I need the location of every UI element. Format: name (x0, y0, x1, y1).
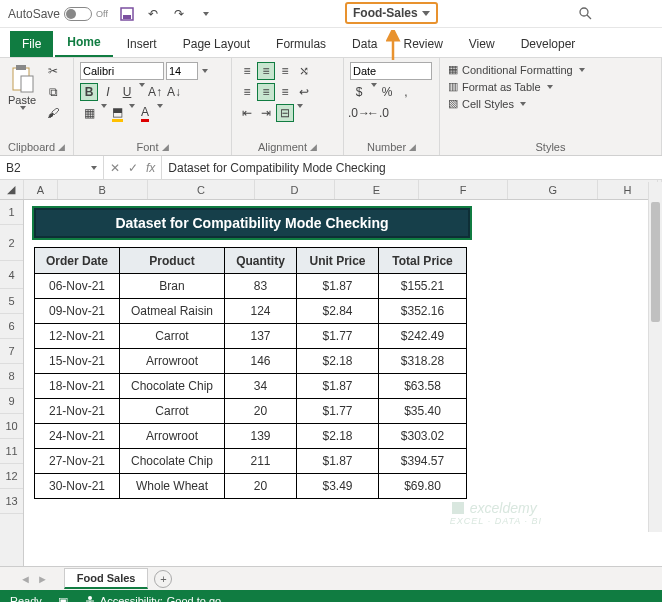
borders-icon[interactable]: ▦ (80, 104, 98, 122)
col-header-f[interactable]: F (419, 180, 509, 199)
copy-icon[interactable]: ⧉ (44, 83, 62, 101)
increase-decimal-icon[interactable]: .0→ (350, 104, 368, 122)
col-header-a[interactable]: A (24, 180, 58, 199)
table-cell[interactable]: Arrowroot (120, 424, 225, 449)
scrollbar-thumb[interactable] (651, 202, 660, 322)
cell-styles-button[interactable]: ▧Cell Styles (446, 96, 655, 111)
dialog-launcher-icon[interactable]: ◢ (310, 142, 317, 152)
table-cell[interactable]: 20 (225, 474, 297, 499)
accessibility-status[interactable]: Accessibility: Good to go (84, 595, 221, 602)
prev-sheet-icon[interactable]: ◄ (20, 573, 31, 585)
align-bottom-icon[interactable]: ≡ (276, 62, 294, 80)
align-top-icon[interactable]: ≡ (238, 62, 256, 80)
table-cell[interactable]: 20 (225, 399, 297, 424)
col-header-e[interactable]: E (335, 180, 419, 199)
paste-button[interactable]: Paste (6, 62, 38, 112)
table-cell[interactable]: 137 (225, 324, 297, 349)
dialog-launcher-icon[interactable]: ◢ (409, 142, 416, 152)
table-cell[interactable]: $1.77 (297, 324, 379, 349)
table-cell[interactable]: 211 (225, 449, 297, 474)
merge-center-icon[interactable]: ⊟ (276, 104, 294, 122)
header-unit-price[interactable]: Unit Price (297, 248, 379, 274)
wrap-text-icon[interactable]: ↩ (295, 83, 313, 101)
chevron-down-icon[interactable] (297, 104, 303, 108)
chevron-down-icon[interactable] (139, 83, 145, 87)
vertical-scrollbar[interactable] (648, 182, 662, 532)
sheet-nav-arrows[interactable]: ◄► (20, 573, 58, 585)
save-icon[interactable] (118, 5, 136, 23)
align-right-icon[interactable]: ≡ (276, 83, 294, 101)
table-cell[interactable]: $1.87 (297, 374, 379, 399)
row-header-1[interactable]: 1 (0, 200, 23, 225)
table-cell[interactable]: $3.49 (297, 474, 379, 499)
col-header-d[interactable]: D (255, 180, 335, 199)
comma-icon[interactable]: , (397, 83, 415, 101)
new-sheet-button[interactable]: + (154, 570, 172, 588)
table-cell[interactable]: $242.49 (379, 324, 467, 349)
table-cell[interactable]: $394.57 (379, 449, 467, 474)
select-all-triangle[interactable]: ◢ (0, 180, 24, 199)
table-cell[interactable]: Bran (120, 274, 225, 299)
search-icon[interactable] (578, 6, 592, 23)
tab-page-layout[interactable]: Page Layout (171, 31, 262, 57)
toggle-off-icon[interactable] (64, 7, 92, 21)
font-size-select[interactable] (166, 62, 198, 80)
align-center-icon[interactable]: ≡ (257, 83, 275, 101)
table-cell[interactable]: 124 (225, 299, 297, 324)
table-cell[interactable]: 24-Nov-21 (35, 424, 120, 449)
decrease-indent-icon[interactable]: ⇤ (238, 104, 256, 122)
row-header-5[interactable]: 5 (0, 289, 23, 314)
underline-button[interactable]: U (118, 83, 136, 101)
row-header-12[interactable]: 12 (0, 464, 23, 489)
decrease-decimal-icon[interactable]: ←.0 (369, 104, 387, 122)
row-header-10[interactable]: 10 (0, 414, 23, 439)
undo-icon[interactable]: ↶ (144, 5, 162, 23)
table-cell[interactable]: $1.87 (297, 449, 379, 474)
table-cell[interactable]: 09-Nov-21 (35, 299, 120, 324)
font-color-icon[interactable]: A (136, 104, 154, 122)
col-header-b[interactable]: B (58, 180, 148, 199)
chevron-down-icon[interactable] (202, 69, 208, 73)
header-product[interactable]: Product (120, 248, 225, 274)
tab-file[interactable]: File (10, 31, 53, 57)
format-as-table-button[interactable]: ▥Format as Table (446, 79, 655, 94)
increase-indent-icon[interactable]: ⇥ (257, 104, 275, 122)
row-header-13[interactable]: 13 (0, 489, 23, 514)
conditional-formatting-button[interactable]: ▦Conditional Formatting (446, 62, 655, 77)
header-total-price[interactable]: Total Price (379, 248, 467, 274)
col-header-c[interactable]: C (148, 180, 256, 199)
next-sheet-icon[interactable]: ► (37, 573, 48, 585)
table-cell[interactable]: $2.84 (297, 299, 379, 324)
header-quantity[interactable]: Quantity (225, 248, 297, 274)
table-cell[interactable]: $63.58 (379, 374, 467, 399)
filename-dropdown[interactable]: Food-Sales (345, 2, 438, 24)
dialog-launcher-icon[interactable]: ◢ (162, 142, 169, 152)
table-cell[interactable]: Arrowroot (120, 349, 225, 374)
chevron-down-icon[interactable] (157, 104, 163, 108)
orientation-icon[interactable]: ⤭ (295, 62, 313, 80)
table-cell[interactable]: 146 (225, 349, 297, 374)
table-cell[interactable]: 12-Nov-21 (35, 324, 120, 349)
cells-grid[interactable]: Dataset for Compatibility Mode Checking … (24, 200, 662, 566)
currency-icon[interactable]: $ (350, 83, 368, 101)
table-cell[interactable]: 139 (225, 424, 297, 449)
row-header-11[interactable]: 11 (0, 439, 23, 464)
table-cell[interactable]: Chocolate Chip (120, 374, 225, 399)
decrease-font-icon[interactable]: A↓ (165, 83, 183, 101)
row-header-6[interactable]: 6 (0, 314, 23, 339)
formula-input[interactable]: Dataset for Compatibility Mode Checking (162, 156, 662, 179)
enter-icon[interactable]: ✓ (128, 161, 138, 175)
header-order-date[interactable]: Order Date (35, 248, 120, 274)
redo-icon[interactable]: ↷ (170, 5, 188, 23)
chevron-down-icon[interactable] (129, 104, 135, 108)
percent-icon[interactable]: % (378, 83, 396, 101)
table-cell[interactable]: $35.40 (379, 399, 467, 424)
table-cell[interactable]: 15-Nov-21 (35, 349, 120, 374)
format-painter-icon[interactable]: 🖌 (44, 104, 62, 122)
dialog-launcher-icon[interactable]: ◢ (58, 142, 65, 152)
table-cell[interactable]: Carrot (120, 399, 225, 424)
row-header-9[interactable]: 9 (0, 389, 23, 414)
row-header-8[interactable]: 8 (0, 364, 23, 389)
tab-insert[interactable]: Insert (115, 31, 169, 57)
tab-developer[interactable]: Developer (509, 31, 588, 57)
